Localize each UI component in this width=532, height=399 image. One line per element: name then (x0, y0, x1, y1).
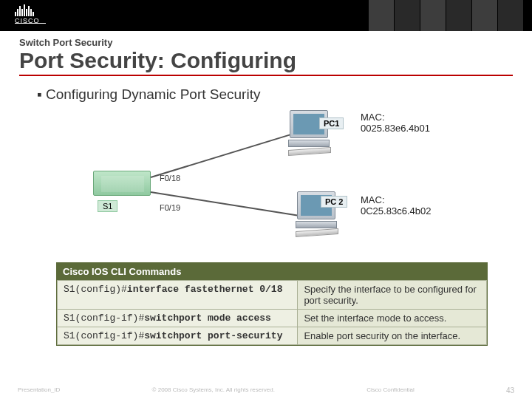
cli-command: switchport port-security (144, 330, 282, 341)
cli-table: S1(config)#interface fastethernet 0/18 S… (57, 280, 487, 345)
footer-center: © 2008 Cisco Systems, Inc. All rights re… (152, 386, 275, 395)
mac1-block: MAC: 0025.83e6.4b01 (361, 112, 430, 134)
switch-label: S1 (98, 200, 117, 212)
port-label-2: F0/19 (160, 203, 180, 212)
mac1-value: 0025.83e6.4b01 (361, 123, 430, 134)
slide-title: Port Security: Configuring (19, 48, 513, 76)
slide-content: Switch Port Security Port Security: Conf… (0, 31, 532, 346)
header-photo-strip (369, 0, 523, 31)
kicker-text: Switch Port Security (19, 37, 513, 48)
table-row: S1(config-if)#switchport mode access Set… (58, 310, 487, 327)
cli-desc: Set the interface mode to access. (298, 310, 487, 327)
logo-underline (15, 23, 46, 24)
cli-prompt: S1(config-if)# (64, 330, 144, 341)
switch-icon (93, 171, 151, 196)
cli-prompt: S1(config-if)# (64, 313, 144, 324)
page-number: 43 (506, 386, 514, 395)
pc1-icon (288, 110, 340, 154)
mac2-block: MAC: 0C25.83c6.4b02 (361, 194, 431, 216)
cli-commands-box: Cisco IOS CLI Commands S1(config)#interf… (56, 262, 488, 346)
cisco-bars-icon (15, 4, 40, 16)
title-bar: CISCO (0, 0, 532, 31)
cli-command: interface fastethernet 0/18 (127, 284, 283, 295)
pc1-label: PC1 (319, 117, 344, 129)
cli-cell: S1(config-if)#switchport port-security (58, 327, 298, 345)
network-diagram: S1 F0/18 F0/19 PC1 PC 2 MAC: 0025.83e6.4… (59, 110, 473, 258)
cli-cell: S1(config)#interface fastethernet 0/18 (58, 281, 298, 310)
cli-cell: S1(config-if)#switchport mode access (58, 310, 298, 327)
footer-left: Presentation_ID (18, 386, 60, 395)
cli-prompt: S1(config)# (64, 284, 127, 295)
cisco-logo: CISCO (15, 4, 40, 24)
port-label-1: F0/18 (160, 174, 180, 183)
pc2-label: PC 2 (321, 196, 347, 208)
slide-footer: Presentation_ID © 2008 Cisco Systems, In… (0, 386, 532, 395)
link-line-1 (151, 134, 291, 178)
mac2-title: MAC: (361, 194, 431, 205)
subtitle-bullet: Configuring Dynamic Port Security (37, 86, 513, 103)
mac2-value: 0C25.83c6.4b02 (361, 205, 431, 216)
cli-command: switchport mode access (144, 313, 271, 324)
cli-heading: Cisco IOS CLI Commands (57, 263, 487, 280)
table-row: S1(config)#interface fastethernet 0/18 S… (58, 281, 487, 310)
cli-desc: Specify the interface to be configured f… (298, 281, 487, 310)
cli-desc: Enable port security on the interface. (298, 327, 487, 345)
table-row: S1(config-if)#switchport port-security E… (58, 327, 487, 345)
footer-right: Cisco Confidential (366, 386, 414, 395)
mac1-title: MAC: (361, 112, 430, 123)
